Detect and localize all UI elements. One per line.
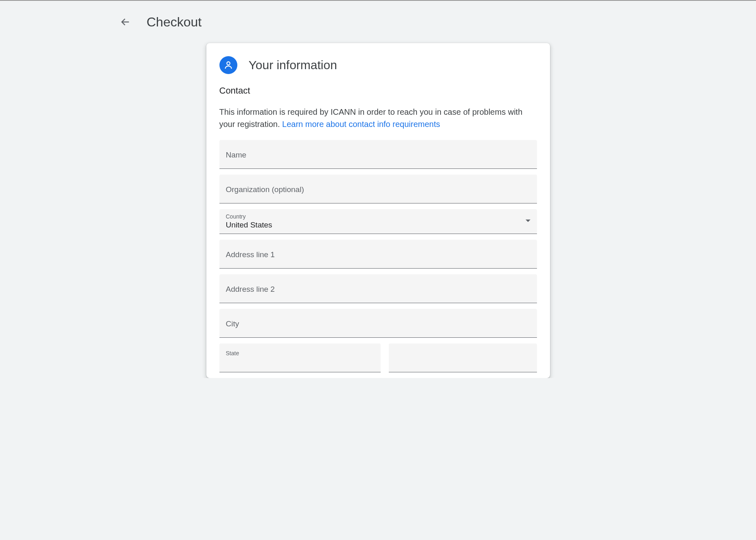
arrow-left-icon — [120, 17, 131, 27]
state-label: State — [226, 350, 374, 356]
page-header: Checkout — [0, 1, 756, 43]
address2-field-container — [219, 274, 537, 303]
country-value: United States — [226, 221, 530, 230]
address-line-1-field[interactable] — [219, 240, 537, 268]
checkout-card: Your information Contact This informatio… — [206, 43, 550, 378]
city-field[interactable] — [219, 309, 537, 337]
state-row: State — [219, 343, 537, 378]
country-select[interactable]: Country United States — [219, 209, 537, 234]
learn-more-link[interactable]: Learn more about contact info requiremen… — [282, 120, 440, 129]
city-field-container — [219, 309, 537, 338]
extra-field-container — [389, 343, 537, 372]
name-field-container — [219, 140, 537, 169]
name-field[interactable] — [219, 140, 537, 168]
section-header: Your information — [219, 56, 537, 74]
back-button[interactable] — [117, 14, 134, 30]
contact-heading: Contact — [219, 85, 537, 96]
country-label: Country — [226, 213, 530, 220]
address1-field-container — [219, 240, 537, 269]
svg-point-1 — [227, 62, 230, 65]
organization-field[interactable] — [219, 175, 537, 203]
page-title: Checkout — [147, 15, 202, 30]
extra-field[interactable] — [389, 343, 537, 372]
organization-field-container — [219, 175, 537, 203]
section-title: Your information — [249, 58, 337, 72]
contact-description: This information is required by ICANN in… — [219, 106, 537, 130]
chevron-down-icon — [526, 218, 530, 225]
address-line-2-field[interactable] — [219, 274, 537, 303]
state-select[interactable]: State — [219, 343, 381, 372]
person-icon — [219, 56, 237, 74]
